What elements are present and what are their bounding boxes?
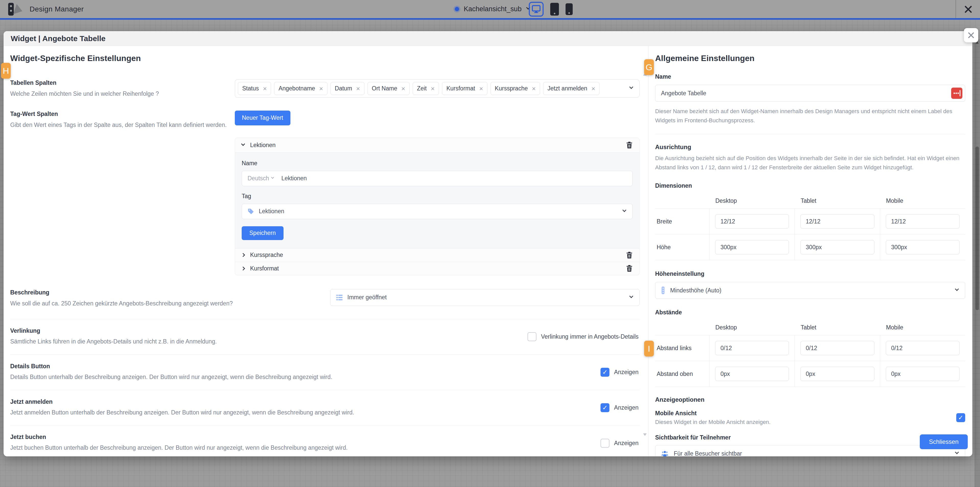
accordion-item-kurssprache[interactable]: Kurssprache [235,249,639,262]
remove-chip-icon[interactable] [479,85,483,92]
tag-select[interactable]: Lektionen [242,204,633,219]
list-icon [336,294,343,301]
trash-icon[interactable] [626,252,633,259]
tag-label: Tag [242,193,633,200]
remove-chip-icon[interactable] [401,85,405,92]
abstand-links-mobile-input[interactable] [886,341,959,355]
chevron-down-icon[interactable] [629,294,633,298]
column-chip[interactable]: Angebotname [274,82,327,95]
beschreibung-select[interactable]: Immer geöffnet [330,289,640,306]
trash-icon[interactable] [626,265,633,272]
abstand-oben-mobile-input[interactable] [886,367,959,381]
hoeheneinstellung-select[interactable]: Mindesthöhe (Auto) [655,282,965,299]
marker-badge-g[interactable]: G [644,59,654,75]
remove-chip-icon[interactable] [431,85,434,92]
verlinkung-checkbox[interactable] [528,332,536,341]
marker-badge-i[interactable]: I [644,341,654,356]
abstand-links-desktop-input[interactable] [715,341,789,355]
chevron-down-icon[interactable] [955,450,959,454]
accordion-body: Name Deutsch Lektionen Tag Lektionen [235,153,639,249]
top-bar: Design Manager Kachelansicht_sub [0,0,980,18]
ausrichtung-help-text: Die Ausrichtung bezieht sich auf die Pos… [655,154,965,172]
exit-design-manager-button[interactable] [963,3,974,15]
panel-scroll-down-icon[interactable] [643,433,647,436]
beschreibung-desc: Wie soll die auf ca. 250 Zeichen gekürzt… [10,299,323,308]
chevron-down-icon[interactable] [622,208,627,212]
dimensionen-label: Dimensionen [655,182,965,189]
right-panel-heading: Allgemeine Einstellungen [655,54,965,63]
col-header-mobile: Mobile [880,321,965,335]
col-header-desktop: Desktop [709,321,794,335]
breite-tablet-input[interactable] [800,214,874,228]
column-chip[interactable]: Zeit [413,82,439,95]
remove-chip-icon[interactable] [532,85,536,92]
page-scrollbar[interactable] [974,39,980,487]
tablet-preview-button[interactable] [550,3,559,16]
accordion-item-kursformat[interactable]: Kursformat [235,262,639,275]
mobile-ansicht-checkbox[interactable] [956,413,965,422]
view-name[interactable]: Kachelansicht_sub [464,5,522,13]
hoehe-tablet-input[interactable] [800,240,874,254]
save-button[interactable]: Speichern [242,226,283,240]
general-settings-panel: Allgemeine Einstellungen Name Angebote T… [649,46,972,457]
jetzt-buchen-desc: Jetzt buchen Button unterhalb der Beschr… [10,443,348,452]
buchen-anzeigen-checkbox[interactable] [600,439,609,448]
language-selector[interactable]: Deutsch [248,175,274,182]
remove-chip-icon[interactable] [319,85,323,92]
column-chip[interactable]: Jetzt anmelden [543,82,600,95]
chevron-down-icon[interactable] [241,142,245,146]
verlinkung-row: Verlinkung Sämtliche Links führen in die… [10,319,640,355]
chevron-right-icon[interactable] [241,267,245,270]
hoehe-mobile-input[interactable] [886,240,959,254]
col-header-desktop: Desktop [709,195,794,208]
column-chip[interactable]: Status [238,82,271,95]
widget-name-input[interactable]: Angebote Tabelle [655,85,965,102]
mobile-ansicht-desc: Dieses Widget in der Mobile Ansicht anze… [655,419,770,425]
scrollbar-thumb[interactable] [975,147,979,310]
chevron-right-icon[interactable] [241,253,245,257]
abstand-oben-desktop-input[interactable] [715,367,789,381]
tag-name-input[interactable]: Deutsch Lektionen [242,171,633,186]
widget-name-value: Angebote Tabelle [661,90,706,97]
new-tag-wert-button[interactable]: Neuer Tag-Wert [235,110,290,125]
column-chip[interactable]: Kurssprache [490,82,540,95]
hoehe-desktop-input[interactable] [715,240,789,254]
abstand-oben-tablet-input[interactable] [800,367,874,381]
view-switcher[interactable]: Kachelansicht_sub [455,0,530,18]
marker-badge-h[interactable]: H [1,63,11,79]
accordion-item-lektionen[interactable]: Lektionen [235,138,639,153]
trash-icon[interactable] [626,142,633,148]
sichtbarkeit-select[interactable]: Für alle Besucher sichtbar [655,445,965,457]
anmelden-anzeigen-checkbox[interactable] [600,403,609,412]
abstand-links-tablet-input[interactable] [800,341,874,355]
tag-icon [248,208,254,215]
name-label: Name [655,73,965,80]
modal-close-button[interactable] [964,28,978,42]
desktop-preview-button[interactable] [529,2,544,17]
column-chip[interactable]: Datum [331,82,364,95]
phone-preview-button[interactable] [566,3,573,15]
row-label-abstand-links: Abstand links [655,335,709,361]
remove-chip-icon[interactable] [263,85,267,92]
remove-chip-icon[interactable] [356,85,360,92]
remove-chip-icon[interactable] [591,85,595,92]
column-chip[interactable]: Kursformat [442,82,487,95]
device-preview-toggle [529,2,573,17]
chip-label: Datum [335,85,352,92]
chevron-down-icon[interactable] [955,287,959,291]
chip-label: Kurssprache [495,85,528,92]
sichtbarkeit-value: Für alle Besucher sichtbar [674,450,742,457]
row-label-abstand-oben: Abstand oben [655,361,709,387]
modal-title: Widget | Angebote Tabelle [11,34,105,43]
widget-settings-modal: Widget | Angebote Tabelle Widget-Spezifi… [3,31,972,457]
table-columns-multiselect[interactable]: Status Angebotname Datum Ort Name Zeit K… [235,80,640,97]
monitor-icon [532,5,541,13]
breite-mobile-input[interactable] [886,214,959,228]
chevron-down-icon[interactable] [629,85,633,89]
schliessen-button[interactable]: Schliessen [920,434,968,449]
chip-label: Status [242,85,259,92]
column-chip[interactable]: Ort Name [368,82,410,95]
details-anzeigen-checkbox[interactable] [600,368,609,377]
breite-desktop-input[interactable] [715,214,789,228]
input-action-icon[interactable] [951,88,963,99]
